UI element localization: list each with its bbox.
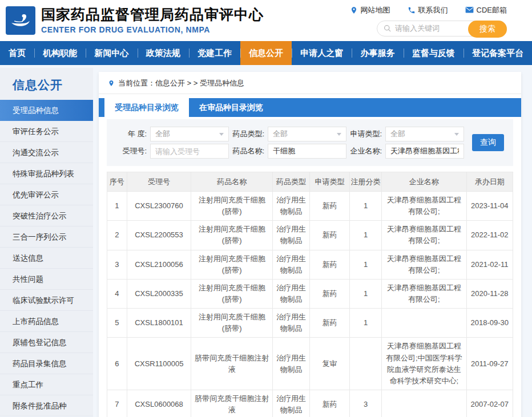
nav-item[interactable]: 登记备案平台 (464, 41, 532, 65)
table-header-cell: 受理号 (127, 172, 191, 192)
nav-item[interactable]: 政策法规 (138, 41, 189, 65)
nav-item[interactable]: 申请人之窗 (292, 41, 352, 65)
table-cell: 脐带间充质干细胞注射液 (191, 390, 272, 417)
nav-item[interactable]: 机构职能 (34, 41, 86, 65)
sidebar-item[interactable]: 原辅包登记信息 (0, 332, 93, 353)
site-title-en: CENTER FOR DRUG EVALUATION, NMPA (41, 25, 264, 34)
sidebar-item[interactable]: 重点工作 (0, 374, 93, 395)
table-cell: 注射用间充质干细胞(脐带) (191, 279, 272, 308)
sidebar-item[interactable]: 药品目录集信息 (0, 353, 93, 374)
nav-item[interactable]: 新闻中心 (86, 41, 137, 65)
search-button[interactable]: 搜索 (468, 21, 507, 38)
sidebar-item[interactable]: 优先审评公示 (0, 184, 93, 205)
table-cell: 治疗用生物制品 (272, 221, 309, 250)
table-cell: 新药 (309, 390, 349, 417)
sidebar-item[interactable]: 突破性治疗公示 (0, 205, 93, 226)
year-select[interactable]: 全部 (150, 127, 229, 141)
table-row: 4CXSL2000335注射用间充质干细胞(脐带)治疗用生物制品新药1天津昂赛细… (107, 279, 513, 308)
sidebar-item[interactable]: 沟通交流公示 (0, 142, 93, 163)
sidebar-item[interactable]: 特殊审批品种列表 (0, 163, 93, 184)
apply-type-select-value: 全部 (390, 129, 405, 139)
chevron-down-icon (454, 133, 459, 136)
search-icon (383, 24, 392, 33)
contact-link-label: 联系我们 (418, 5, 448, 15)
table-cell: 天津昂赛细胞基因工程有限公司; (382, 250, 467, 279)
table-cell (350, 338, 382, 390)
table-cell: 2007-02-07 (466, 390, 513, 417)
table-header-cell: 药品名称 (191, 172, 272, 192)
query-button[interactable]: 查询 (472, 134, 504, 151)
sidebar-item[interactable]: 受理品种信息 (0, 100, 93, 121)
nav-item[interactable]: 信息公开 (240, 41, 292, 65)
sitemap-link[interactable]: 网站地图 (350, 5, 390, 15)
nav-item[interactable]: 监督与反馈 (404, 41, 464, 65)
nav-item[interactable]: 办事服务 (352, 41, 403, 65)
apply-type-label: 申请类型: (346, 129, 382, 139)
tab-accepted-catalog[interactable]: 受理品种目录浏览 (104, 98, 189, 117)
sidebar-item[interactable]: 送达信息 (0, 248, 93, 269)
table-cell: 1 (107, 192, 127, 221)
table-cell: 1 (350, 309, 382, 338)
sidebar-item[interactable]: 三合一序列公示 (0, 226, 93, 248)
table-cell: CXSL2000335 (127, 279, 191, 308)
table-cell: 治疗用生物制品 (272, 390, 309, 417)
search-input[interactable] (395, 24, 466, 33)
mail-icon (465, 6, 474, 14)
table-cell: 注射用间充质干细胞(脐带) (191, 250, 272, 279)
contact-link[interactable]: 联系我们 (408, 5, 448, 15)
header-search: 搜索 (377, 21, 507, 37)
records-table: 序号受理号药品名称药品类型申请类型注册分类企业名称承办日期 1CXSL23007… (107, 172, 513, 417)
year-label: 年 度: (111, 129, 147, 139)
mailbox-link[interactable]: CDE邮箱 (465, 5, 507, 15)
sidebar: 信息公开 受理品种信息审评任务公示沟通交流公示特殊审批品种列表优先审评公示突破性… (0, 68, 93, 416)
table-cell: CXSL1800101 (127, 309, 191, 338)
nav-item[interactable]: 首页 (0, 41, 34, 65)
table-cell: 2022-11-02 (466, 221, 513, 250)
apply-type-select[interactable]: 全部 (385, 127, 464, 141)
table-cell: 注射用间充质干细胞(脐带) (191, 221, 272, 250)
table-row: 7CXSL0600068脐带间充质干细胞注射液治疗用生物制品新药32007-02… (107, 390, 513, 417)
table-cell: CXSL2100056 (127, 250, 191, 279)
company-name-input[interactable] (385, 144, 464, 159)
table-cell: 新药 (309, 309, 349, 338)
sidebar-item[interactable]: 临床试验默示许可 (0, 290, 93, 311)
table-header-cell: 承办日期 (466, 172, 513, 192)
table-cell: 治疗用生物制品 (272, 309, 309, 338)
header-links: 网站地图 联系我们 CDE邮箱 (350, 5, 507, 15)
tab-under-review-catalog[interactable]: 在审品种目录浏览 (189, 98, 273, 117)
sidebar-item[interactable]: 上市药品信息 (0, 311, 93, 332)
table-cell: 2020-11-28 (466, 279, 513, 308)
table-row: 6CXSR1100005脐带间充质干细胞注射液治疗用生物制品复审天津昂赛细胞基因… (107, 338, 513, 390)
records-table-body: 1CXSL2300760注射用间充质干细胞(脐带)治疗用生物制品新药1天津昂赛细… (107, 192, 513, 417)
table-cell: 脐带间充质干细胞注射液 (191, 338, 272, 390)
drug-name-label: 药品名称: (229, 146, 264, 156)
table-header-cell: 申请类型 (309, 172, 349, 192)
sidebar-item[interactable]: 附条件批准品种 (0, 395, 93, 416)
table-cell: 新药 (309, 250, 349, 279)
sidebar-item[interactable]: 审评任务公示 (0, 121, 93, 142)
table-header-cell: 序号 (107, 172, 127, 192)
acceptance-no-label: 受理号: (111, 146, 147, 156)
drug-type-select-value: 全部 (273, 129, 288, 139)
table-cell: 治疗用生物制品 (272, 279, 309, 308)
table-cell (382, 390, 467, 417)
table-header-row: 序号受理号药品名称药品类型申请类型注册分类企业名称承办日期 (107, 172, 513, 192)
drug-name-input[interactable] (268, 144, 346, 159)
sidebar-item[interactable]: 共性问题 (0, 269, 93, 290)
breadcrumb-text: 当前位置：信息公开 > > 受理品种信息 (118, 78, 244, 88)
main-panel: 当前位置：信息公开 > > 受理品种信息 受理品种目录浏览 在审品种目录浏览 年… (99, 72, 521, 417)
nav-item[interactable]: 党建工作 (189, 41, 240, 65)
table-header-cell: 企业名称 (382, 172, 467, 192)
table-cell: 1 (350, 250, 382, 279)
table-cell: 天津昂赛细胞基因工程有限公司;中国医学科学院血液学研究所泰达生命科学技术研究中心… (382, 338, 467, 390)
content-area: 信息公开 受理品种信息审评任务公示沟通交流公示特殊审批品种列表优先审评公示突破性… (0, 65, 532, 417)
table-cell: CXSL2200553 (127, 221, 191, 250)
acceptance-no-input[interactable] (150, 144, 229, 159)
drug-type-select[interactable]: 全部 (268, 127, 346, 141)
table-cell: 2023-11-04 (466, 192, 513, 221)
table-row: 5CXSL1800101注射用间充质干细胞(脐带)治疗用生物制品新药12018-… (107, 309, 513, 338)
table-cell: 治疗用生物制品 (272, 338, 309, 390)
filter-panel: 年 度: 全部 药品类型: 全部 申请类型: 全部 (107, 119, 513, 166)
sidebar-items: 受理品种信息审评任务公示沟通交流公示特殊审批品种列表优先审评公示突破性治疗公示三… (0, 100, 93, 416)
table-cell: 1 (350, 279, 382, 308)
